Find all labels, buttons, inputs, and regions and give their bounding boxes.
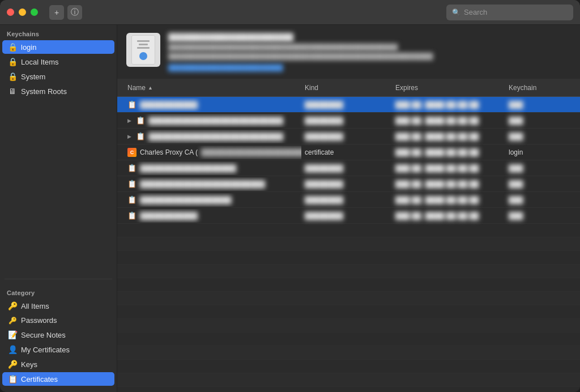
passwords-icon: 🔑 [8,317,17,325]
empty-row [117,292,580,305]
lock-icon-local: 🔒 [8,57,17,66]
cell-expires: ███ ██, ████ ██:██ ██ [392,210,505,222]
content-area: ████████████████████████ ███████████████… [117,25,580,392]
sidebar-item-secure-notes[interactable]: 📝 Secure Notes [2,328,114,342]
column-name[interactable]: Name ▲ [124,82,301,94]
column-expires[interactable]: Expires [392,82,505,94]
cert-row-icon: 📋 [127,211,137,220]
table-row-charles[interactable]: C Charles Proxy CA ( ███████████████████… [117,144,580,160]
sidebar-item-system-roots[interactable]: 🖥 System Roots [2,84,114,98]
sidebar-item-my-certificates[interactable]: 👤 My Certificates [2,343,114,356]
table-row[interactable]: 📋 ████████████████████ ████████ ███ ██, … [117,160,580,176]
maximize-button[interactable] [31,8,38,16]
sidebar-item-passwords[interactable]: 🔑 Passwords [2,314,114,327]
sidebar-item-keys[interactable]: 🔑 Keys [2,357,114,371]
table-row[interactable]: 📋 ████████████ ████████ ███ ██, ████ ██:… [117,208,580,224]
sidebar-item-system[interactable]: 🔒 System [2,70,114,83]
sidebar-divider [5,279,112,279]
sidebar-item-certificates[interactable]: 📋 Certificates [2,372,114,386]
search-input[interactable] [464,8,568,16]
cell-name: 📋 ██████████████████████████ [124,177,301,191]
cell-name: 📋 ████████████ [124,98,301,112]
cell-kind: ████████ [301,162,392,174]
info-button[interactable]: ⓘ [67,5,82,20]
table-row[interactable]: 📋 ███████████████████ ████████ ███ ██, █… [117,192,580,208]
cell-kind-charles: certificate [301,146,392,159]
cell-kind: ████████ [301,178,392,190]
empty-row [117,360,580,373]
table-row[interactable]: 📋 ██████████████████████████ ████████ ██… [117,176,580,192]
sidebar-item-passwords-label: Passwords [21,316,57,325]
charles-icon: C [127,148,137,157]
info-title: ████████████████████████ [168,33,571,41]
row-name-blurred: ████████████ [140,212,198,220]
cell-expires: ███ ██, ████ ██:██ ██ [392,114,505,127]
sidebar-item-local-items[interactable]: 🔒 Local Items [2,55,114,69]
sidebar-item-all-items[interactable]: 🔑 All Items [2,299,114,313]
keychains-header: Keychains [0,25,117,40]
cell-name-charles: C Charles Proxy CA ( ███████████████████… [124,146,301,159]
empty-row [117,251,580,265]
sidebar-item-login[interactable]: 🔒 login [2,40,114,54]
cell-kind: ████████ [301,130,392,143]
cell-keychain-charles: login [505,146,573,159]
row-name-blurred: ████████████ [140,101,198,109]
sidebar-item-local-label: Local Items [21,58,58,66]
sidebar-item-my-certs-label: My Certificates [21,346,70,354]
lock-icon-system: 🔒 [8,72,17,81]
cell-kind: ████████ [301,99,392,111]
sidebar-item-login-label: login [21,43,36,52]
traffic-lights [7,8,38,16]
lock-icon: 🔒 [8,42,17,52]
titlebar: + ⓘ 🔍 [0,0,580,25]
empty-rows [117,224,580,387]
table-row[interactable]: 📋 ████████████ ████████ ███ ██, ████ ██:… [117,97,580,113]
sort-arrow-name: ▲ [148,85,153,91]
empty-row [117,265,580,278]
cell-keychain: ███ [505,194,573,206]
sidebar-item-all-items-label: All Items [21,302,49,310]
sidebar-item-system-label: System [21,73,45,81]
row-name-blurred: ████████████████████████████ [148,133,283,140]
empty-row [117,346,580,360]
cell-keychain: ███ [505,162,573,174]
cell-name: 📋 ████████████ [124,209,301,223]
minimize-button[interactable] [19,8,26,16]
monitor-icon: 🖥 [8,87,17,96]
table-header: Name ▲ Kind Expires Keychain [117,79,580,97]
column-keychain[interactable]: Keychain [505,82,573,94]
cell-expires-charles: ███ ██, ████ ██:██ ██ [392,146,505,159]
keys-icon: 🔑 [8,360,17,369]
info-link[interactable]: ██████████████████████████ [168,64,571,71]
charles-name: Charles Proxy CA ( [140,148,198,156]
cell-keychain: ███ [505,114,573,127]
column-kind[interactable]: Kind [301,82,392,94]
info-text-block: ████████████████████████ ███████████████… [168,33,571,71]
cell-expires: ███ ██, ████ ██:██ ██ [392,178,505,190]
cell-name: ▶ 📋 ████████████████████████████ [124,114,301,127]
table-row[interactable]: ▶ 📋 ████████████████████████████ ███████… [117,113,580,129]
all-items-icon: 🔑 [8,301,17,310]
close-button[interactable] [7,8,14,16]
new-item-button[interactable]: + [49,5,64,20]
cert-thumbnail [126,33,160,67]
row-name-blurred: ███████████████████ [140,196,232,204]
cell-keychain: ███ [505,99,573,111]
certificates-table: Name ▲ Kind Expires Keychain [117,79,580,392]
cert-row-icon: 📋 [127,100,137,109]
empty-row [117,224,580,237]
expand-icon: ▶ [127,134,131,139]
row-name-blurred: ████████████████████ [140,164,236,172]
table-row[interactable]: ▶ 📋 ████████████████████████████ ███████… [117,129,580,144]
main-content: Keychains 🔒 login 🔒 Local Items 🔒 System… [0,25,580,392]
cell-kind: ████████ [301,210,392,222]
cell-expires: ███ ██, ████ ██:██ ██ [392,130,505,143]
keychain-access-window: + ⓘ 🔍 Keychains 🔒 login 🔒 Local Items 🔒 … [0,0,580,392]
cell-name: ▶ 📋 ████████████████████████████ [124,130,301,143]
sidebar-item-system-roots-label: System Roots [21,87,67,96]
titlebar-actions: + ⓘ [49,5,82,20]
cell-expires: ███ ██, ████ ██:██ ██ [392,99,505,111]
secure-notes-icon: 📝 [8,330,17,339]
search-bar[interactable]: 🔍 [446,5,573,20]
empty-row [117,278,580,292]
